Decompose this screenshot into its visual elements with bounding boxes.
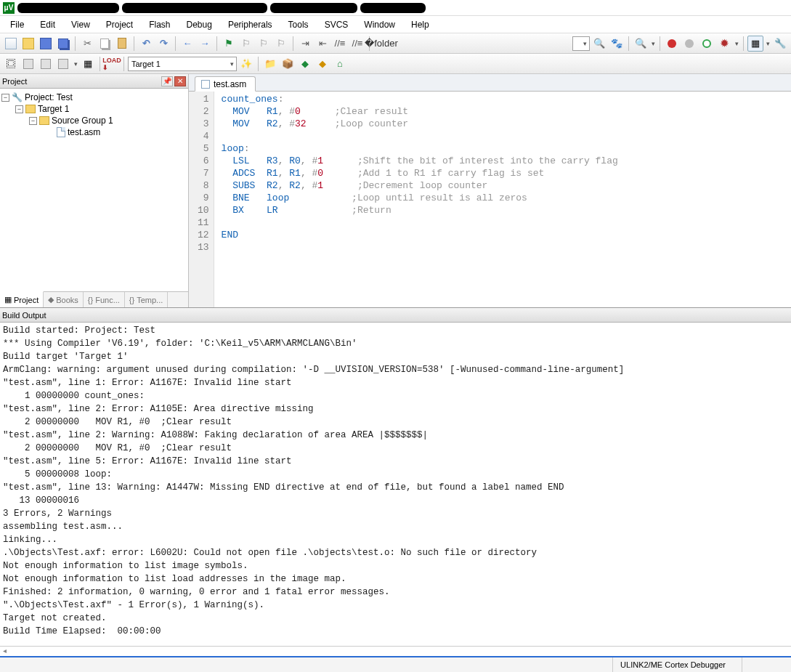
editor-tab-label: test.asm [214, 79, 246, 89]
stop-build-button[interactable]: ▦ [80, 56, 96, 72]
window-layout-button[interactable]: ▦ [747, 36, 763, 52]
project-panel: Project 📌 ✕ −🔧 Project: Test − Target 1 … [0, 74, 189, 307]
menu-flash[interactable]: Flash [142, 17, 177, 32]
paste-button[interactable] [114, 36, 130, 52]
window-layout-dropdown[interactable]: ▾ [765, 40, 771, 47]
breakpoint-insert-button[interactable] [664, 36, 680, 52]
find-button[interactable]: �folder [373, 36, 389, 52]
panel-tab-temp[interactable]: {}Temp... [125, 292, 168, 307]
title-redacted [360, 3, 426, 13]
manage-project-items-button[interactable]: 📁 [262, 56, 278, 72]
find-in-files-button[interactable]: 🔍 [591, 36, 607, 52]
books-button[interactable]: ⌂ [332, 56, 348, 72]
separator [743, 36, 744, 51]
bookmark-prev-button[interactable]: ⚐ [238, 36, 254, 52]
cut-button[interactable]: ✂ [79, 36, 95, 52]
bookmark-next-button[interactable]: ⚐ [256, 36, 272, 52]
debug-dropdown[interactable]: ▾ [650, 40, 656, 47]
toolbar-main: ✂ ↶ ↷ ← → ⚑ ⚐ ⚐ ⚐ ⇥ ⇤ //≡ //≡ �folder 🔍 … [0, 33, 791, 54]
project-tree[interactable]: −🔧 Project: Test − Target 1 − Source Gro… [0, 89, 188, 291]
find-combo[interactable] [572, 36, 590, 51]
file-icon [201, 80, 210, 89]
editor-area: test.asm 12345678910111213 count_ones: M… [189, 74, 791, 307]
panel-tab-books[interactable]: ◆Books [44, 292, 84, 307]
panel-tab-project[interactable]: ▦Project [0, 291, 44, 307]
tree-group[interactable]: − Source Group 1 [1, 115, 187, 126]
menu-file[interactable]: File [3, 17, 31, 32]
configure-button[interactable]: 🔧 [772, 36, 788, 52]
rebuild-button[interactable] [38, 56, 54, 72]
statusbar: ULINK2/ME Cortex Debugger [0, 656, 791, 672]
tree-root[interactable]: −🔧 Project: Test [1, 92, 187, 103]
editor-tab-testasm[interactable]: test.asm [195, 76, 256, 92]
separator [216, 36, 217, 51]
new-file-button[interactable] [3, 36, 19, 52]
editor-tabstrip: test.asm [189, 74, 791, 92]
save-button[interactable] [38, 36, 54, 52]
menu-help[interactable]: Help [404, 17, 437, 32]
undo-button[interactable]: ↶ [138, 36, 154, 52]
nav-back-button[interactable]: ← [179, 36, 195, 52]
separator [100, 57, 100, 71]
line-gutter: 12345678910111213 [189, 92, 214, 307]
menu-window[interactable]: Window [357, 17, 402, 32]
menu-peripherals[interactable]: Peripherals [221, 17, 280, 32]
target-options-button[interactable]: ✨ [238, 56, 254, 72]
download-button[interactable]: LOAD⬇ [104, 56, 120, 72]
main-area: Project 📌 ✕ −🔧 Project: Test − Target 1 … [0, 74, 791, 307]
build-output-title: Build Output [2, 311, 46, 320]
target-select[interactable]: Target 1 [128, 57, 237, 71]
nav-forward-button[interactable]: → [197, 36, 213, 52]
copy-button[interactable] [97, 36, 113, 52]
separator [258, 57, 259, 71]
code-content[interactable]: count_ones: MOV R1, #0 ;Clear result MOV… [214, 92, 625, 307]
pin-button[interactable]: 📌 [161, 76, 173, 86]
comment-button[interactable]: //≡ [332, 36, 348, 52]
title-redacted [17, 3, 119, 13]
incremental-find-button[interactable]: 🐾 [609, 36, 625, 52]
menu-svcs[interactable]: SVCS [317, 17, 356, 32]
separator [134, 36, 134, 51]
build-output-text[interactable]: Build started: Project: Test *** Using C… [0, 323, 791, 646]
target-select-value: Target 1 [131, 60, 161, 68]
separator [175, 36, 176, 51]
translate-button[interactable]: ⿴ [3, 56, 19, 72]
manage-rte-button[interactable]: ◆ [315, 56, 330, 72]
title-redacted [122, 3, 267, 13]
redo-button[interactable]: ↷ [155, 36, 171, 52]
select-packs-button[interactable]: 📦 [280, 56, 296, 72]
breakpoint-kill-button[interactable]: ✹ [716, 36, 732, 52]
code-editor[interactable]: 12345678910111213 count_ones: MOV R1, #0… [189, 92, 791, 307]
project-panel-header: Project 📌 ✕ [0, 74, 188, 89]
menu-debug[interactable]: Debug [179, 17, 219, 32]
uncomment-button[interactable]: //≡ [349, 36, 365, 52]
outdent-button[interactable]: ⇤ [315, 36, 330, 52]
menu-view[interactable]: View [64, 17, 97, 32]
breakpoint-disable-button[interactable] [699, 36, 715, 52]
panel-tab-func[interactable]: {}Func... [84, 292, 125, 307]
breakpoint-enable-button[interactable] [681, 36, 697, 52]
build-button[interactable] [20, 56, 36, 72]
bookmark-clear-button[interactable]: ⚐ [273, 36, 289, 52]
tree-target[interactable]: − Target 1 [1, 103, 187, 115]
titlebar: μV [0, 0, 791, 16]
app-icon: μV [3, 2, 15, 14]
save-all-button[interactable] [55, 36, 71, 52]
tree-file[interactable]: test.asm [1, 126, 187, 138]
breakpoint-dropdown[interactable]: ▾ [734, 40, 739, 47]
build-output-panel: Build Output Build started: Project: Tes… [0, 307, 791, 656]
menu-tools[interactable]: Tools [281, 17, 316, 32]
menu-edit[interactable]: Edit [33, 17, 62, 32]
menu-project[interactable]: Project [99, 17, 140, 32]
project-panel-tabs: ▦Project◆Books{}Func...{}Temp... [0, 291, 188, 307]
debug-button[interactable]: 🔍 [633, 36, 649, 52]
batch-build-button[interactable] [55, 56, 71, 72]
bookmark-toggle-button[interactable]: ⚑ [221, 36, 237, 52]
open-file-button[interactable] [20, 36, 36, 52]
indent-button[interactable]: ⇥ [297, 36, 313, 52]
status-debugger: ULINK2/ME Cortex Debugger [612, 657, 733, 672]
close-panel-button[interactable]: ✕ [174, 76, 186, 86]
pack-installer-button[interactable]: ◆ [297, 56, 313, 72]
status-empty [742, 657, 785, 672]
build-dropdown[interactable]: ▾ [73, 60, 78, 68]
